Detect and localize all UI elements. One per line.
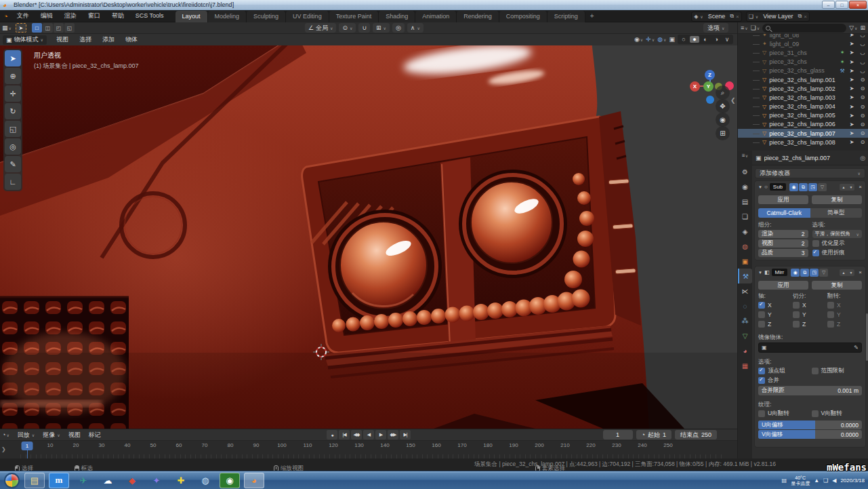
merge-checkbox[interactable] — [758, 377, 765, 384]
workspace-tab[interactable]: Sculpting — [247, 11, 286, 22]
visibility-toggle-icon[interactable] — [857, 34, 868, 38]
object-name[interactable]: piece_32_chs_lamp.008 — [769, 139, 838, 146]
timeline-menu-item[interactable]: 回放∨ — [14, 431, 38, 439]
unlink-scene-icon[interactable]: × — [736, 14, 739, 20]
merge-limit-field[interactable]: 合并限距0.001 m — [758, 386, 862, 395]
outliner-row[interactable]: piece_32_chs_lamp.001 ➤ — [738, 75, 868, 84]
start-button[interactable] — [4, 473, 20, 488]
taskbar-icon-maxthon[interactable]: m — [49, 473, 69, 488]
object-name[interactable]: light_ol_09 — [770, 41, 838, 47]
selectable-toggle-icon[interactable]: ➤ — [846, 34, 857, 38]
record-button[interactable]: ● — [327, 430, 337, 439]
tab-view-layer[interactable]: ❏ — [738, 209, 752, 224]
selectable-toggle-icon[interactable]: ➤ — [846, 77, 857, 83]
jump-start-button[interactable]: |◀ — [339, 430, 350, 439]
selectable-toggle-icon[interactable]: ➤ — [846, 68, 857, 74]
outliner-display-mode-dropdown[interactable]: ≡∨ — [741, 24, 748, 31]
tray-printer-icon[interactable]: ▤ — [782, 477, 787, 484]
selectable-toggle-icon[interactable]: ➤ — [846, 50, 857, 56]
outliner-row[interactable]: piece_32_chs_glass ➤ — [738, 66, 868, 75]
object-visibility-dropdown[interactable]: ◉∨ — [634, 36, 643, 43]
outliner-row[interactable]: piece_32_chs_lamp.005 ➤ — [738, 111, 868, 120]
apply-button[interactable]: 应用 — [758, 281, 808, 290]
outliner-row[interactable]: light_ol_08 ➤ — [738, 34, 868, 39]
outliner-row[interactable]: light_ol_09 ➤ — [738, 39, 868, 48]
viewport-3d[interactable]: ▣ 物体模式 ∨ 视图选择添加物体 ◉∨ ✛∨ ◍∨ ▣ ○ ● ◐ ◑ ∨ 用… — [0, 34, 737, 429]
render-subdivisions-field[interactable]: 渲染2 — [758, 230, 808, 238]
visibility-toggle-icon[interactable] — [857, 68, 868, 74]
new-collection-button[interactable]: ⊞ — [860, 24, 865, 31]
timeline-menu-item[interactable]: 标记 — [85, 431, 104, 439]
object-name[interactable]: piece_32_chs_lamp.007 — [769, 130, 838, 137]
remove-modifier-icon[interactable]: × — [859, 184, 862, 190]
prev-keyframe-button[interactable]: ◀◆ — [351, 430, 362, 439]
gizmo-axis-x[interactable]: X — [690, 81, 700, 92]
taskbar-icon-purple[interactable]: ✦ — [146, 473, 167, 488]
remove-view-layer-icon[interactable]: × — [804, 14, 807, 20]
workspace-tab[interactable]: Modeling — [208, 11, 247, 22]
select-mode-extend[interactable]: ◫ — [43, 23, 53, 33]
taskbar-icon-redcard[interactable]: ◆ — [122, 473, 142, 488]
flip-x-checkbox[interactable] — [827, 302, 834, 309]
blender-menu-icon[interactable]: ◔ — [3, 12, 8, 20]
use-creases-checkbox[interactable] — [812, 250, 819, 256]
outliner-row[interactable]: piece_32_chs_lamp.008 ➤ — [738, 138, 868, 146]
zoom-view-button[interactable]: ⌕ — [716, 85, 730, 100]
viewport-menu-item[interactable]: 选择 — [74, 35, 97, 44]
close-button[interactable]: × — [849, 1, 867, 9]
tray-input-icon[interactable]: ◀ — [832, 477, 836, 484]
snap-settings-dropdown[interactable]: ⊞∨ — [373, 23, 390, 33]
scene-selector[interactable]: ◈ ∨ Scene ⧉ × — [691, 12, 741, 22]
tab-physics[interactable]: ◌ — [738, 298, 752, 313]
tray-expand-icon[interactable]: ▲ — [814, 477, 819, 484]
object-name[interactable]: piece_32_chs_lamp.002 — [769, 85, 838, 92]
clipping-checkbox[interactable] — [812, 368, 819, 374]
tab-constraints[interactable]: ⋉ — [738, 283, 752, 298]
outliner-row[interactable]: piece_32_chs ➤ — [738, 58, 868, 66]
select-mode-invert[interactable]: ◱ — [64, 23, 75, 33]
viewport-subdivisions-field[interactable]: 视图2 — [758, 239, 808, 248]
tab-output[interactable]: ▤ — [738, 194, 752, 209]
viewport-menu-item[interactable]: 添加 — [97, 35, 120, 44]
proportional-editing-toggle[interactable]: ◎ — [392, 23, 405, 33]
tool-move[interactable]: ✛ — [5, 85, 21, 102]
pin-icon[interactable]: ◎ — [860, 155, 865, 161]
taskbar-icon-blender[interactable]: ◕ — [244, 473, 264, 488]
selectable-toggle-icon[interactable]: ➤ — [846, 139, 857, 145]
expand-icon[interactable]: ▼ — [758, 271, 762, 275]
toggle-render[interactable]: ◉ — [791, 269, 800, 277]
tab-tool[interactable]: ⚙ — [738, 164, 752, 179]
copy-button[interactable]: 复制 — [812, 195, 862, 204]
ortho-toggle-button[interactable]: ⊞ — [716, 126, 730, 140]
headlight-right[interactable] — [459, 170, 567, 278]
tray-window-icon[interactable]: ❏ — [823, 477, 828, 484]
camera-view-button[interactable]: ◉ — [716, 113, 730, 127]
workspace-tab[interactable]: Shading — [379, 11, 415, 22]
outliner-row[interactable]: piece_32_chs_lamp.004 ➤ — [738, 102, 868, 111]
move-down-icon[interactable]: ▼ — [847, 269, 854, 276]
taskbar-icon-viewer[interactable]: ◉ — [220, 473, 240, 488]
pivot-point-dropdown[interactable]: ⊙∨ — [339, 23, 356, 33]
interaction-mode-dropdown[interactable]: ▣ 物体模式 ∨ — [3, 35, 47, 45]
tool-cursor[interactable]: ⊕ — [5, 68, 21, 84]
object-name[interactable]: light_ol_08 — [770, 34, 838, 39]
bisect-z-checkbox[interactable] — [793, 321, 800, 328]
visibility-toggle-icon[interactable] — [857, 59, 868, 65]
taskbar-icon-cloud[interactable]: ☁ — [98, 473, 118, 488]
visibility-toggle-icon[interactable] — [857, 50, 868, 56]
mirror-axis-y-checkbox[interactable] — [758, 311, 765, 318]
visibility-toggle-icon[interactable] — [857, 104, 868, 110]
uv-smooth-dropdown[interactable]: 平滑，保留拐角∨ — [812, 230, 863, 238]
visibility-toggle-icon[interactable] — [857, 85, 868, 92]
editor-type-selector[interactable]: ▦∨ — [0, 24, 14, 31]
timeline-menu-item[interactable]: 视图 — [65, 431, 84, 439]
object-name[interactable]: piece_32_chs_lamp.005 — [769, 112, 838, 119]
simple-button[interactable]: 简单型 — [810, 208, 863, 218]
tool-options-dropdown[interactable]: 选项∨ — [703, 23, 728, 33]
vertex-groups-checkbox[interactable] — [758, 368, 765, 374]
toggle-realtime[interactable]: ⧉ — [800, 269, 809, 277]
tab-object[interactable]: ▣ — [738, 254, 752, 269]
modifier-name-field[interactable]: Mirr — [772, 269, 788, 276]
frame-end-field[interactable]: 结束点250 — [675, 430, 717, 439]
transform-orientation-dropdown[interactable]: ∠ 全局 ∨ — [305, 23, 336, 33]
